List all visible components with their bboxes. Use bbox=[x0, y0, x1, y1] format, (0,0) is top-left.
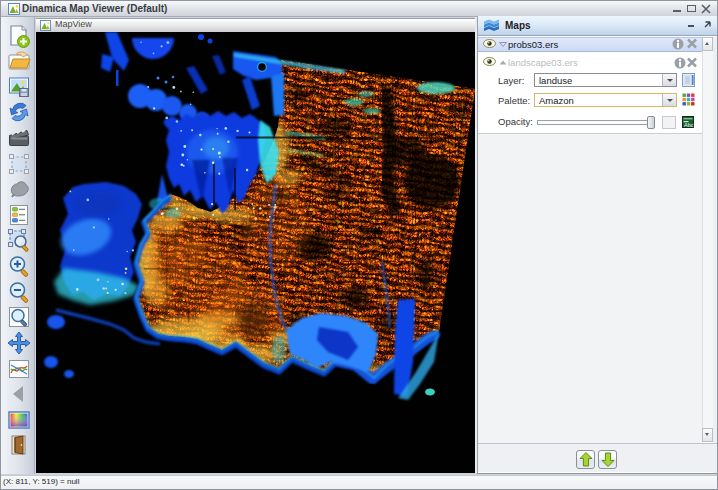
svg-text:Abc: Abc bbox=[684, 122, 694, 128]
